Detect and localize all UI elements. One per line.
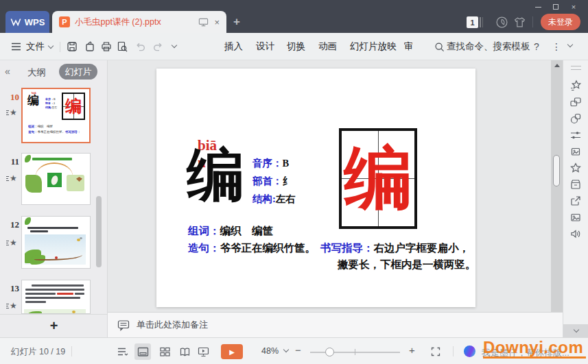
- more-options-icon[interactable]: ⋮: [552, 33, 561, 60]
- properties-sliders-icon[interactable]: [569, 129, 582, 141]
- info-row-jiegou: 结构:左右: [252, 193, 296, 206]
- ribbon-tab-review-clipped[interactable]: 审: [404, 33, 412, 60]
- animation-star-icon[interactable]: ★: [6, 302, 21, 310]
- zoom-caret-icon[interactable]: [283, 347, 289, 352]
- favorites-star-icon[interactable]: [569, 162, 582, 174]
- play-slideshow-button[interactable]: ▶: [221, 344, 243, 359]
- hamburger-icon: [11, 43, 21, 51]
- collapse-panel-icon[interactable]: «: [5, 66, 10, 77]
- audio-speaker-icon[interactable]: [569, 228, 582, 240]
- skin-tshirt-icon[interactable]: [513, 16, 526, 29]
- mini-character-grid: 编: [62, 93, 85, 120]
- export-icon[interactable]: [84, 41, 95, 52]
- tab-outline[interactable]: 大纲: [27, 66, 46, 79]
- zuci-row: 组词：编织 编筐: [188, 224, 273, 239]
- wps-presentation-window: × WPS P 小毛虫ppt课件 (2).pptx × + 1 未登录 文件: [0, 0, 588, 364]
- titlebar: × WPS P 小毛虫ppt课件 (2).pptx × + 1 未登录: [0, 0, 588, 33]
- wps-logo-button[interactable]: WPS: [5, 11, 49, 33]
- search-command-field[interactable]: 查找命令、搜索模板: [447, 33, 530, 60]
- window-controls: ×: [529, 1, 583, 12]
- tab-slides[interactable]: 幻灯片: [59, 64, 97, 80]
- toolbar-divider: [60, 42, 60, 52]
- rail-drag-handle[interactable]: [571, 66, 581, 70]
- notes-bar[interactable]: 单击此处添加备注: [108, 312, 563, 337]
- ribbon-tab-slideshow[interactable]: 幻灯片放映: [350, 33, 397, 60]
- redo-icon[interactable]: [152, 42, 163, 51]
- collapse-ribbon-icon[interactable]: [567, 42, 573, 47]
- image-icon[interactable]: [569, 211, 582, 223]
- caterpillar-image: [25, 175, 42, 193]
- wps-logo-icon: [10, 18, 21, 26]
- share-icon[interactable]: [569, 195, 582, 207]
- ribbon-tab-design[interactable]: 设计: [256, 33, 274, 60]
- add-slide-button[interactable]: +: [0, 314, 108, 337]
- login-button[interactable]: 未登录: [541, 14, 580, 30]
- slide-thumbnail-11[interactable]: [21, 153, 91, 205]
- ribbon-tab-insert[interactable]: 插入: [224, 33, 243, 60]
- maximize-button[interactable]: [547, 1, 565, 12]
- notes-placeholder[interactable]: 单击此处添加备注: [137, 319, 208, 331]
- ribbon-tab-animation[interactable]: 动画: [318, 33, 337, 60]
- branch-scene-image: [25, 234, 86, 265]
- thumbnail-text-line: [25, 289, 84, 291]
- notes-bubble-icon: [117, 319, 130, 331]
- slide-layout-icon[interactable]: [569, 145, 582, 158]
- slideshow-view-button[interactable]: [195, 343, 211, 360]
- info-row-bushou: 部首：纟: [252, 175, 292, 188]
- print-icon[interactable]: [101, 41, 112, 52]
- animation-star-icon[interactable]: ★: [6, 239, 21, 247]
- rail-scroll-down-button[interactable]: [563, 324, 588, 337]
- zoom-level-value[interactable]: 48%: [261, 346, 279, 356]
- stacked-documents-icon: [480, 17, 483, 27]
- main-character: 编: [187, 145, 244, 206]
- save-icon[interactable]: [67, 41, 78, 52]
- transition-shapes-icon[interactable]: [569, 96, 582, 108]
- slide-thumbnail-12[interactable]: [21, 216, 91, 269]
- shape-tool-icon[interactable]: [569, 112, 582, 125]
- fit-to-window-icon[interactable]: [430, 345, 442, 358]
- scroll-up-icon[interactable]: [554, 64, 560, 67]
- reading-view-button[interactable]: [176, 343, 193, 360]
- print-preview-icon[interactable]: [117, 41, 128, 52]
- energy-leaf-icon[interactable]: [495, 16, 508, 29]
- zoom-slider-knob[interactable]: [325, 348, 334, 356]
- notes-toggle-icon[interactable]: [117, 345, 129, 358]
- ai-assistant-icon[interactable]: [464, 345, 475, 357]
- document-count-badge[interactable]: 1: [467, 16, 478, 28]
- new-tab-button[interactable]: +: [233, 15, 240, 29]
- writing-guide-line1: 书写指导：右边户字框要扁小，: [320, 241, 469, 256]
- main-menu-button[interactable]: 文件: [11, 33, 53, 60]
- present-monitor-icon[interactable]: [198, 17, 209, 27]
- undo-icon[interactable]: [135, 42, 146, 51]
- menubar: 文件 开始 插入 设计 切换 动画 幻灯片放映 审 查找命令、搜索模板 ? ⋮: [0, 33, 588, 60]
- editing-canvas: biā n 编 音序：B 部首：纟 结构:左右 编 组词：编织 编筐 造句：爷爷…: [108, 60, 563, 312]
- document-title: 小毛虫ppt课件 (2).pptx: [75, 16, 198, 28]
- thumbnail-title-text: [32, 158, 72, 160]
- document-tab[interactable]: P 小毛虫ppt课件 (2).pptx ×: [52, 11, 226, 33]
- close-window-button[interactable]: ×: [565, 1, 583, 12]
- ribbon-tab-transitions[interactable]: 切换: [287, 33, 305, 60]
- file-menu-caret-icon: [48, 43, 54, 48]
- panel-scrollbar-thumb[interactable]: [96, 196, 102, 267]
- zoom-out-button[interactable]: −: [295, 344, 301, 356]
- normal-view-button[interactable]: [134, 343, 151, 360]
- animation-star-icon[interactable]: ★: [6, 108, 21, 117]
- thumbnail-text-line: [25, 301, 46, 303]
- slide-number-13: 13: [3, 283, 19, 294]
- thumbnail-text-line: [25, 297, 80, 299]
- canvas-scrollbar-thumb[interactable]: [553, 155, 560, 186]
- slide-sorter-view-button[interactable]: [156, 343, 173, 360]
- quick-access-caret-icon[interactable]: [172, 43, 177, 48]
- minimize-button[interactable]: [529, 1, 547, 12]
- animation-effects-icon[interactable]: [569, 80, 582, 92]
- animation-star-icon[interactable]: ★: [6, 174, 21, 182]
- slide-thumbnail-10[interactable]: biā 编 音序：B 部首：纟 结构:左右 编 组词：编织 编筐 造句：爷爷正在…: [21, 88, 91, 143]
- resource-box-icon[interactable]: [569, 178, 582, 191]
- canvas-scrollbar[interactable]: [551, 60, 563, 312]
- help-icon[interactable]: ?: [534, 33, 539, 60]
- zoom-in-button[interactable]: +: [409, 344, 415, 356]
- writing-guide-line2: 撇要长，下框内是一横两竖。: [338, 258, 476, 272]
- close-document-icon[interactable]: ×: [214, 17, 220, 27]
- slide-canvas[interactable]: biā n 编 音序：B 部首：纟 结构:左右 编 组词：编织 编筐 造句：爷爷…: [156, 69, 475, 307]
- slide-thumbnail-13[interactable]: [21, 280, 91, 314]
